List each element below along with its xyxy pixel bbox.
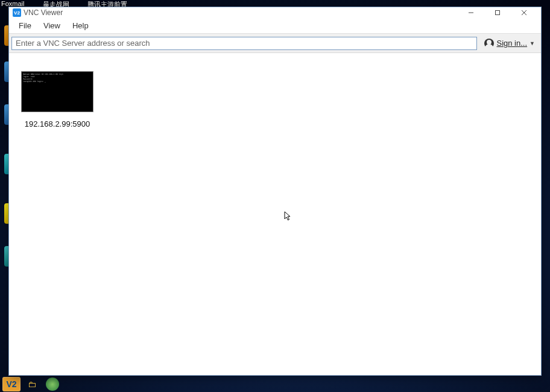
menu-file[interactable]: File — [13, 19, 37, 33]
close-icon — [521, 10, 527, 16]
signin-label: Sign in... — [496, 39, 527, 48]
titlebar: V2 VNC Viewer — [9, 7, 541, 18]
taskbar-disc-icon[interactable] — [43, 377, 62, 391]
window-controls — [458, 7, 537, 18]
connection-thumbnail: Debian GNU/Linux 10 192.168.2.99 tty1 lo… — [21, 71, 93, 112]
vnc-app-icon: V2 — [13, 8, 21, 17]
minimize-icon — [468, 10, 474, 16]
toolbar: Sign in... ▼ — [9, 34, 541, 53]
user-icon — [484, 39, 494, 48]
connection-label: 192.168.2.99:5900 — [25, 119, 90, 128]
menu-view[interactable]: View — [37, 19, 66, 33]
chevron-down-icon: ▼ — [529, 40, 535, 46]
minimize-button[interactable] — [458, 7, 484, 18]
connection-tile[interactable]: Debian GNU/Linux 10 192.168.2.99 tty1 lo… — [21, 71, 93, 128]
window-title: VNC Viewer — [24, 8, 63, 17]
svg-rect-1 — [496, 11, 500, 15]
connections-area[interactable]: Debian GNU/Linux 10 192.168.2.99 tty1 lo… — [9, 53, 541, 375]
close-button[interactable] — [511, 7, 537, 18]
vnc-viewer-window: V2 VNC Viewer File View Help Sign in... … — [8, 7, 542, 376]
signin-button[interactable]: Sign in... ▼ — [481, 37, 539, 49]
taskbar-folder-icon[interactable]: 🗀 — [23, 377, 41, 391]
maximize-button[interactable] — [484, 7, 511, 18]
menu-help[interactable]: Help — [66, 19, 95, 33]
address-input[interactable] — [11, 37, 477, 50]
maximize-icon — [495, 10, 501, 16]
menubar: File View Help — [9, 18, 541, 34]
taskbar: V2 🗀 — [0, 376, 550, 392]
taskbar-vnc-icon[interactable]: V2 — [2, 377, 21, 391]
